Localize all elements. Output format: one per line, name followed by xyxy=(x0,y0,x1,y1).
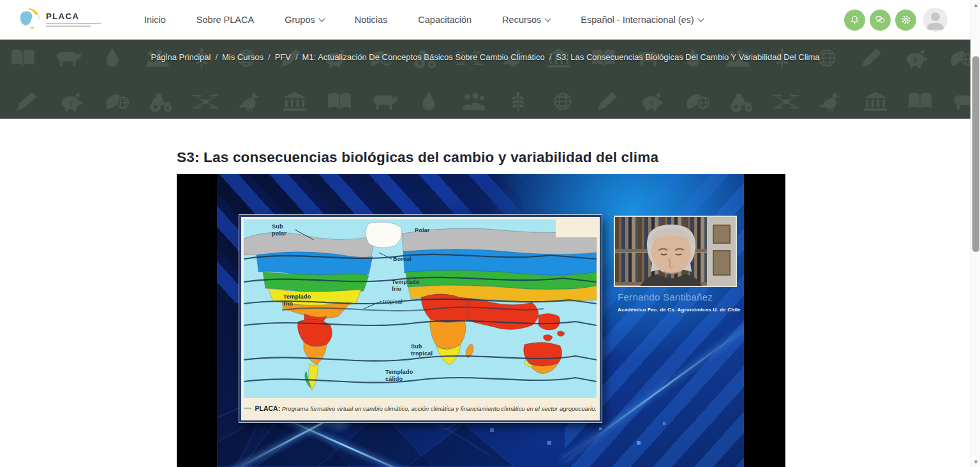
gear-icon xyxy=(900,14,912,26)
globe-icon xyxy=(549,89,577,114)
tractor-icon xyxy=(147,89,175,114)
chicken-icon xyxy=(236,89,264,114)
scrollbar-thumb[interactable] xyxy=(972,56,979,252)
presenter-webcam xyxy=(614,216,737,287)
droplet-icon xyxy=(415,89,443,114)
user-silhouette-icon xyxy=(923,8,947,32)
people-icon xyxy=(459,89,487,114)
map-label-templado-calido: Templado cálido xyxy=(385,369,420,382)
scroll-up-arrow[interactable]: ▲ xyxy=(971,2,980,8)
piggy-bank-icon xyxy=(57,89,85,114)
climate-map-graphic xyxy=(244,219,597,400)
sparkle-dots xyxy=(217,174,218,175)
top-navigation-bar: PLACA Inicio Sobre PLACA Grupos Noticias… xyxy=(0,0,970,40)
scroll-down-arrow[interactable]: ▼ xyxy=(971,459,980,465)
wall-frame xyxy=(713,225,731,244)
nav-item-noticias[interactable]: Noticias xyxy=(339,8,403,31)
slide-caption: PLACA: Programa formativo virtual en cam… xyxy=(255,404,597,412)
climate-map-slide: Sub polar Polar Boreal Templado frio tro… xyxy=(239,215,602,422)
chicken-icon xyxy=(817,89,845,114)
nav-item-inicio[interactable]: Inicio xyxy=(129,8,181,31)
leaf-globe-icon xyxy=(102,89,130,114)
nav-item-grupos[interactable]: Grupos xyxy=(269,8,339,31)
chat-bubbles-icon xyxy=(875,15,886,26)
cow-icon xyxy=(951,89,970,114)
breadcrumb-item-mis-cursos[interactable]: Mis Cursos xyxy=(222,52,264,62)
tractor-icon xyxy=(727,89,755,114)
messages-button[interactable] xyxy=(870,10,891,31)
presenter-name: Fernando Santibañez xyxy=(618,292,713,302)
chevron-down-icon xyxy=(318,15,325,22)
wheat-icon xyxy=(504,89,532,114)
map-label-templado-frio-right: Templado frio xyxy=(392,279,426,292)
brand-name: PLACA xyxy=(46,11,101,21)
banner-icon-row-2 xyxy=(13,89,970,114)
cow-icon xyxy=(370,89,398,114)
user-avatar[interactable] xyxy=(923,8,947,32)
settings-button[interactable] xyxy=(895,10,916,31)
nav-item-language[interactable]: Español - Internacional (es) xyxy=(565,8,718,31)
bell-icon xyxy=(849,15,860,26)
page-scrollbar[interactable]: ▲ ▼ xyxy=(970,0,980,467)
map-corner-box xyxy=(556,219,597,237)
piggy-bank-icon xyxy=(638,89,666,114)
chevron-down-icon xyxy=(545,15,551,22)
video-player[interactable]: Sub polar Polar Boreal Templado frio tro… xyxy=(177,174,785,467)
nav-item-sobre-placa[interactable]: Sobre PLACA xyxy=(181,8,269,31)
leaf-globe-icon xyxy=(683,89,711,114)
video-slide: Sub polar Polar Boreal Templado frio tro… xyxy=(217,174,744,467)
slide-caption-text: Programa formativo virtual en cambio cli… xyxy=(282,405,597,412)
breadcrumb-item-home[interactable]: Página Principal xyxy=(151,52,211,62)
map-label-sub-polar: Sub polar xyxy=(272,223,293,237)
book-icon xyxy=(906,89,934,114)
drone-icon xyxy=(191,89,219,114)
map-label-polar: Polar xyxy=(415,227,430,234)
main-nav: Inicio Sobre PLACA Grupos Noticias Capac… xyxy=(129,8,718,31)
breadcrumb-item-m1[interactable]: M1: Actualización De Conceptos Básicos S… xyxy=(302,52,545,62)
dotted-wave-pattern xyxy=(244,399,251,418)
world-climate-map: Sub polar Polar Boreal Templado frio tro… xyxy=(244,219,597,400)
slide-caption-brand: PLACA: xyxy=(255,404,281,412)
breadcrumb-item-pfv[interactable]: PFV xyxy=(275,52,291,62)
placa-course-page: $ PLACA Inicio Sobre PLACA Grupos xyxy=(0,0,980,467)
placa-logo-icon xyxy=(15,7,41,33)
presenter-face xyxy=(633,221,709,287)
video-pillarbox-right xyxy=(744,174,785,467)
slide-caption-bar: PLACA: Programa formativo virtual en cam… xyxy=(244,398,597,418)
nav-item-capacitacion[interactable]: Capacitación xyxy=(403,8,487,31)
map-label-sub-tropical: Sub tropical xyxy=(411,343,430,357)
breadcrumb: Página Principal/Mis Cursos/PFV/M1: Actu… xyxy=(0,52,970,62)
notifications-button[interactable] xyxy=(844,10,865,31)
map-label-tropical: tropical xyxy=(383,299,403,306)
pencil-icon xyxy=(593,89,621,114)
breadcrumb-banner: Página Principal/Mis Cursos/PFV/M1: Actu… xyxy=(0,40,970,119)
bank-icon xyxy=(281,89,309,114)
wall-frame xyxy=(713,250,731,276)
nav-item-recursos[interactable]: Recursos xyxy=(487,8,565,31)
video-pillarbox-left xyxy=(177,174,217,467)
bank-icon xyxy=(861,89,889,114)
drone-icon xyxy=(772,89,800,114)
breadcrumb-item-s3[interactable]: S3: Las Consecuencias Biológicas Del Cam… xyxy=(556,52,819,62)
map-label-templado-frio-left: Templado frio xyxy=(283,293,318,307)
pencil-icon xyxy=(13,89,41,114)
header-actions xyxy=(844,8,947,32)
presenter-title: Académico Fac. de Cs. Agronómicas U. de … xyxy=(618,307,741,313)
chevron-down-icon xyxy=(697,15,704,22)
placa-logo[interactable]: PLACA xyxy=(15,7,101,33)
page-title: S3: Las consecuencias biológicas del cam… xyxy=(177,149,658,166)
book-icon xyxy=(325,89,353,114)
brand-tagline-lines xyxy=(46,23,101,27)
map-label-boreal: Boreal xyxy=(393,256,412,263)
